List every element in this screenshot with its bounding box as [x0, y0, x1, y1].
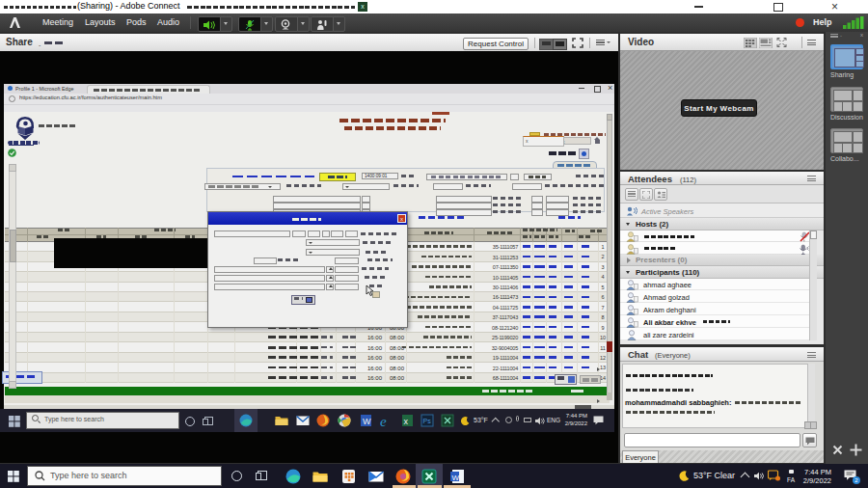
svg-text:W: W [452, 474, 460, 482]
